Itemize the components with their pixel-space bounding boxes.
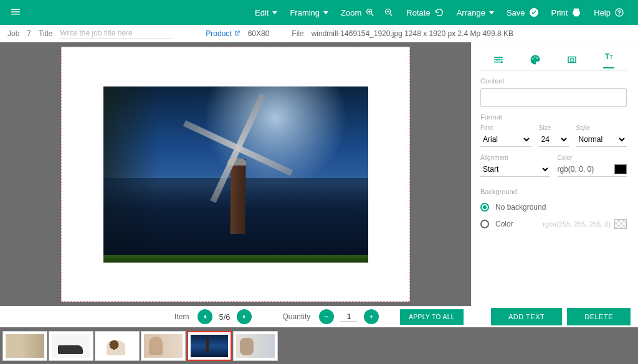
print-icon <box>571 7 581 17</box>
svg-rect-20 <box>325 317 328 317</box>
thumbnail-item[interactable] <box>233 331 278 361</box>
external-link-icon <box>234 30 240 37</box>
thumbnail-item[interactable] <box>2 331 47 361</box>
title-input[interactable] <box>60 27 172 39</box>
thumbnail-item[interactable] <box>49 331 93 361</box>
background-section-label: Background <box>480 188 627 195</box>
item-label: Item <box>174 312 189 321</box>
zoom-in-icon[interactable] <box>365 7 375 17</box>
svg-text:?: ? <box>618 9 621 16</box>
font-select[interactable]: Arial <box>480 133 531 147</box>
size-select[interactable]: 24 <box>539 133 569 147</box>
qty-plus-button[interactable] <box>364 309 379 324</box>
edit-menu[interactable]: Edit <box>249 8 283 17</box>
add-text-button[interactable]: ADD TEXT <box>491 308 562 325</box>
thumbnail-item[interactable] <box>95 331 140 361</box>
delete-button[interactable]: DELETE <box>567 308 631 325</box>
crop-tab-icon[interactable] <box>566 54 578 65</box>
svg-text:T: T <box>609 55 612 60</box>
zoom-menu[interactable]: Zoom <box>335 7 400 17</box>
file-info: windmill-1469154_1920.jpg 1248 x 1920 px… <box>312 29 513 38</box>
radio-unselected-icon <box>480 220 489 228</box>
adjustments-tab-icon[interactable] <box>493 54 504 65</box>
style-label: Style <box>576 124 627 131</box>
help-button[interactable]: Help? <box>588 7 631 17</box>
svg-rect-16 <box>568 57 576 62</box>
item-position: 5/6 <box>219 312 230 322</box>
photo-preview[interactable] <box>103 86 368 263</box>
svg-point-10 <box>499 56 501 58</box>
qty-minus-button[interactable] <box>319 309 334 324</box>
chevron-down-icon <box>323 11 328 14</box>
bg-none-radio[interactable]: No background <box>480 203 627 212</box>
job-number: 7 <box>27 29 31 38</box>
next-item-button[interactable] <box>237 309 252 324</box>
bottom-bar: Item 5/6 Quantity APPLY TO ALL ADD TEXT … <box>0 306 638 327</box>
bg-color-radio[interactable]: Color rgba(255, 255, 255, 0) <box>480 219 627 229</box>
panel-tabs: TT <box>480 49 627 71</box>
style-select[interactable]: Normal <box>576 133 627 147</box>
size-label: Size <box>539 124 569 131</box>
apply-to-all-button[interactable]: APPLY TO ALL <box>400 309 464 325</box>
thumbnail-item-selected[interactable] <box>187 331 232 361</box>
alignment-label: Alignment <box>480 154 550 161</box>
svg-point-14 <box>534 56 535 57</box>
alignment-select[interactable]: Start <box>480 162 550 177</box>
bg-color-value: rgba(255, 255, 255, 0) <box>543 220 611 228</box>
chevron-down-icon <box>272 11 277 14</box>
file-label: File <box>292 29 303 38</box>
menu-icon[interactable] <box>7 4 24 22</box>
svg-point-11 <box>497 58 498 60</box>
color-value: rgb(0, 0, 0) <box>558 165 594 174</box>
svg-point-12 <box>501 61 503 63</box>
zoom-out-icon[interactable] <box>384 7 394 17</box>
svg-rect-22 <box>371 315 372 319</box>
product-link[interactable]: Product <box>206 29 240 38</box>
arrange-menu[interactable]: Arrange <box>450 8 500 17</box>
framing-menu[interactable]: Framing <box>283 8 335 17</box>
properties-panel: TT Content Format Font Arial Size 24 Sty… <box>471 42 638 306</box>
chevron-down-icon <box>489 11 494 14</box>
top-toolbar: Edit Framing Zoom Rotate Arrange Save Pr… <box>0 0 638 25</box>
svg-line-5 <box>390 14 392 16</box>
quantity-label: Quantity <box>283 312 311 321</box>
print-frame <box>61 47 410 302</box>
svg-point-15 <box>536 57 538 58</box>
main-area: TT Content Format Font Arial Size 24 Sty… <box>0 42 638 306</box>
help-icon: ? <box>614 7 624 17</box>
check-circle-icon <box>529 7 539 17</box>
color-label: Color <box>558 154 627 161</box>
rotate-icon <box>434 7 444 17</box>
text-tab[interactable]: TT <box>603 50 614 68</box>
meta-bar: Job 7 Title Product 60X80 File windmill-… <box>0 25 638 42</box>
font-label: Font <box>480 124 531 131</box>
thumbnail-item[interactable] <box>141 331 186 361</box>
text-tab-icon: TT <box>603 50 614 62</box>
svg-rect-17 <box>571 58 574 61</box>
content-section-label: Content <box>480 77 627 85</box>
text-color-swatch[interactable] <box>614 164 627 174</box>
svg-line-1 <box>371 14 373 16</box>
bg-color-swatch[interactable] <box>614 219 627 229</box>
title-label: Title <box>39 29 52 38</box>
rotate-menu[interactable]: Rotate <box>400 7 450 17</box>
canvas[interactable] <box>0 42 471 306</box>
prev-item-button[interactable] <box>198 309 212 324</box>
palette-tab-icon[interactable] <box>530 54 541 65</box>
print-button[interactable]: Print <box>545 7 588 17</box>
format-section-label: Format <box>480 113 627 121</box>
job-label: Job <box>7 29 19 38</box>
radio-selected-icon <box>480 203 489 212</box>
thumbnail-strip <box>0 327 638 364</box>
quantity-input[interactable] <box>340 312 358 322</box>
svg-point-13 <box>532 58 533 59</box>
product-size: 60X80 <box>248 29 270 38</box>
content-input[interactable] <box>480 88 627 107</box>
save-button[interactable]: Save <box>500 7 545 17</box>
